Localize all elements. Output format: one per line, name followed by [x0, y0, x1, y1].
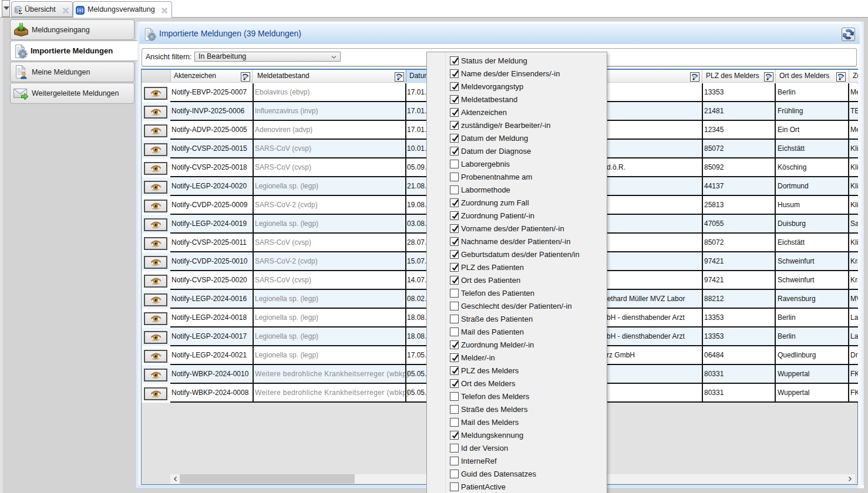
svg-text:Σ: Σ	[18, 9, 22, 15]
